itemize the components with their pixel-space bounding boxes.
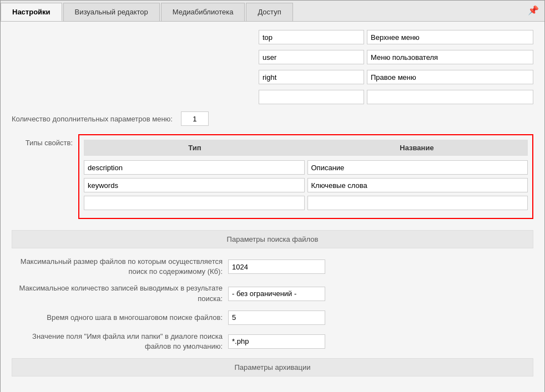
- file-search-input-1[interactable]: [228, 287, 325, 301]
- file-search-input-wrapper-2: [228, 310, 325, 325]
- menu-key-input-1[interactable]: [259, 50, 364, 64]
- menu-key-input-3[interactable]: [259, 90, 364, 104]
- file-search-label-3: Значение поля "Имя файла или папки" в ди…: [12, 332, 228, 352]
- props-label: Типы свойств:: [12, 134, 78, 147]
- tab-settings[interactable]: Настройки: [1, 3, 62, 21]
- props-header-type: Тип: [84, 140, 306, 156]
- menu-value-input-3[interactable]: [367, 90, 533, 104]
- count-input[interactable]: [181, 111, 209, 126]
- menu-key-input-0[interactable]: [259, 30, 364, 44]
- file-search-label-2: Время одного шага в многошаговом поиске …: [12, 313, 228, 323]
- tab-access[interactable]: Доступ: [246, 3, 292, 21]
- props-name-input-1[interactable]: [307, 178, 528, 192]
- file-search-label-0: Максимальный размер файлов по которым ос…: [12, 257, 228, 277]
- props-type-input-1[interactable]: [84, 178, 305, 192]
- file-search-row-3: Значение поля "Имя файла или папки" в ди…: [12, 332, 533, 352]
- content-area: Количество дополнительных параметров мен…: [1, 22, 544, 392]
- archive-header: Параметры архивации: [12, 358, 533, 376]
- menu-row-1: [259, 50, 533, 64]
- menu-row-3: [259, 90, 533, 104]
- props-header-row: Тип Название: [84, 140, 528, 156]
- main-window: Настройки Визуальный редактор Медиабибли…: [0, 0, 545, 392]
- props-header-name: Название: [306, 140, 528, 156]
- tab-bar: Настройки Визуальный редактор Медиабибли…: [1, 1, 544, 22]
- file-search-input-wrapper-0: [228, 259, 325, 274]
- menu-value-input-2[interactable]: [367, 70, 533, 84]
- file-search-input-0[interactable]: [228, 259, 325, 274]
- file-search-input-wrapper-3: [228, 334, 325, 349]
- file-search-row-1: Максимальное количество записей выводимы…: [12, 283, 533, 303]
- count-label: Количество дополнительных параметров мен…: [12, 115, 173, 123]
- props-row-2: [84, 196, 528, 210]
- props-name-input-2[interactable]: [307, 196, 528, 210]
- props-row-1: [84, 178, 528, 192]
- props-row-0: [84, 160, 528, 175]
- menu-row-2: [259, 70, 533, 84]
- menu-inputs-column: [259, 30, 533, 107]
- file-search-row-2: Время одного шага в многошаговом поиске …: [12, 310, 533, 325]
- file-search-input-3[interactable]: [228, 334, 325, 349]
- tab-visual-editor[interactable]: Визуальный редактор: [63, 3, 160, 21]
- menu-value-input-0[interactable]: [367, 30, 533, 44]
- file-search-label-1: Максимальное количество записей выводимы…: [12, 283, 228, 303]
- file-search-row-0: Максимальный размер файлов по которым ос…: [12, 257, 533, 277]
- props-type-input-0[interactable]: [84, 160, 305, 175]
- menu-row-0: [259, 30, 533, 44]
- tab-media-library[interactable]: Медиабиблиотека: [161, 3, 245, 21]
- file-search-input-2[interactable]: [228, 310, 325, 325]
- props-type-input-2[interactable]: [84, 196, 305, 210]
- menu-rows-area: [12, 30, 533, 107]
- properties-section: Типы свойств: Тип Название: [12, 134, 533, 219]
- pin-icon[interactable]: 📌: [522, 1, 544, 21]
- file-search-header: Параметры поиска файлов: [12, 230, 533, 248]
- props-table: Тип Название: [78, 134, 533, 219]
- menu-key-input-2[interactable]: [259, 70, 364, 84]
- menu-value-input-1[interactable]: [367, 50, 533, 64]
- file-search-input-wrapper-1: [228, 287, 325, 301]
- props-name-input-0[interactable]: [307, 160, 528, 175]
- count-row: Количество дополнительных параметров мен…: [12, 111, 533, 126]
